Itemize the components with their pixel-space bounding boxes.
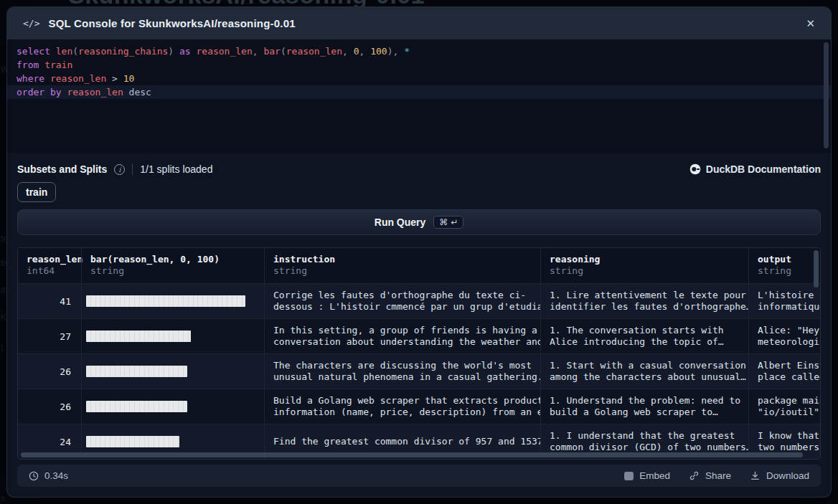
cell-output: package main "io/ioutil" " [748, 389, 821, 424]
embed-icon [624, 472, 634, 480]
share-label: Share [705, 470, 731, 481]
cell-reason-len: 41 [18, 284, 81, 318]
cell-output: Albert Einste place called [748, 354, 821, 389]
page: SkunkworksAI/reasoning-0.01 W te bo tha … [0, 0, 838, 504]
cell-bar [81, 284, 264, 318]
column-header-output: outputstring [748, 248, 821, 283]
subsets-row: Subsets and Splits i 1/1 splits loaded D… [17, 161, 821, 178]
cell-reasoning: 1. Understand the problem: need to build… [540, 389, 748, 424]
split-chips: train [17, 182, 56, 202]
embed-label: Embed [639, 470, 670, 481]
cell-bar [81, 319, 264, 353]
code-line[interactable]: select len(reasoning_chains) as reason_l… [7, 44, 831, 58]
editor-scrollbar[interactable] [824, 42, 829, 148]
query-duration: 0.34s [29, 470, 68, 481]
code-line[interactable]: from train [7, 58, 831, 72]
code-lines: select len(reasoning_chains) as reason_l… [7, 44, 831, 99]
cell-bar [81, 389, 264, 424]
column-header-reason_len: reason_lenint64 [18, 248, 81, 283]
divider [132, 163, 133, 175]
cell-reason-len: 26 [18, 354, 81, 389]
cell-reason-len: 26 [18, 389, 81, 424]
subsets-title: Subsets and Splits [17, 163, 107, 175]
duckdb-doc-label: DuckDB Documentation [706, 163, 821, 175]
link-icon [689, 470, 700, 481]
modal-footer: 0.34s Embed Share Download [17, 465, 821, 487]
cell-output: Alice: "Hey g meteorologist [748, 319, 821, 353]
share-button[interactable]: Share [689, 470, 731, 481]
table-body: 41Corrige les fautes d'orthographe du te… [18, 284, 820, 460]
bar-visualization [86, 366, 187, 377]
close-icon[interactable]: ✕ [806, 17, 815, 30]
footer-actions: Embed Share Download [624, 470, 809, 481]
bar-visualization [86, 331, 191, 342]
modal-header: </> SQL Console for SkunkworksAI/reasoni… [7, 7, 831, 39]
duckdb-icon [689, 163, 701, 175]
table-row: 26Build a Golang web scraper that extrac… [18, 389, 821, 424]
sql-editor[interactable]: select len(reasoning_chains) as reason_l… [7, 39, 831, 153]
duckdb-doc-link[interactable]: DuckDB Documentation [689, 163, 821, 175]
cell-reasoning: 1. Lire attentivement le texte pour iden… [540, 284, 748, 318]
modal-title: SQL Console for SkunkworksAI/reasoning-0… [48, 17, 295, 29]
cell-reason-len: 27 [18, 319, 81, 353]
horizontal-scrollbar[interactable] [21, 452, 803, 457]
cell-output: L'histoire co informatique [748, 284, 821, 318]
cell-instruction: Corrige les fautes d'orthographe du text… [264, 284, 540, 318]
backdrop-fragment: s [1, 493, 5, 503]
splits-loaded-text: 1/1 splits loaded [140, 163, 212, 175]
bar-visualization [86, 436, 179, 447]
results-table: reason_lenint64bar(reason_len, 0, 100)st… [17, 247, 821, 460]
split-chip-train[interactable]: train [17, 182, 56, 202]
cell-instruction: Build a Golang web scraper that extracts… [264, 389, 540, 424]
embed-button[interactable]: Embed [624, 470, 670, 481]
info-icon[interactable]: i [114, 164, 125, 175]
column-header-bar(reason_len, 0, 100): bar(reason_len, 0, 100)string [81, 248, 264, 283]
cell-instruction: The characters are discussing the world'… [264, 354, 540, 389]
backdrop-fragment: t [1, 343, 3, 353]
bar-visualization [86, 295, 245, 307]
cell-instruction: In this setting, a group of friends is h… [264, 319, 540, 353]
table-row: 26The characters are discussing the worl… [18, 354, 821, 389]
download-button[interactable]: Download [750, 470, 809, 481]
cell-bar [81, 354, 264, 389]
column-header-reasoning: reasoningstring [540, 248, 748, 283]
shortcut-keycap: ⌘ ↵ [433, 216, 463, 229]
download-label: Download [766, 470, 809, 481]
cell-reasoning: 1. Start with a casual conversation amon… [540, 354, 748, 389]
run-query-button[interactable]: Run Query ⌘ ↵ [17, 209, 821, 235]
run-query-label: Run Query [375, 217, 426, 228]
table-header: reason_lenint64bar(reason_len, 0, 100)st… [18, 248, 821, 284]
vertical-scrollbar[interactable] [814, 250, 819, 287]
duration-text: 0.34s [44, 470, 68, 481]
download-icon [750, 470, 761, 481]
bar-visualization [86, 401, 187, 412]
table-row: 27In this setting, a group of friends is… [18, 319, 821, 354]
column-header-instruction: instructionstring [264, 248, 540, 283]
code-line[interactable]: where reason_len > 10 [7, 72, 831, 85]
code-icon: </> [23, 18, 39, 29]
clock-icon [29, 471, 39, 481]
table-row: 41Corrige les fautes d'orthographe du te… [18, 284, 821, 319]
code-line[interactable]: order by reason_len desc [7, 85, 831, 99]
sql-console-modal: </> SQL Console for SkunkworksAI/reasoni… [7, 7, 831, 497]
cell-reasoning: 1. The conversation starts with Alice in… [540, 319, 748, 353]
